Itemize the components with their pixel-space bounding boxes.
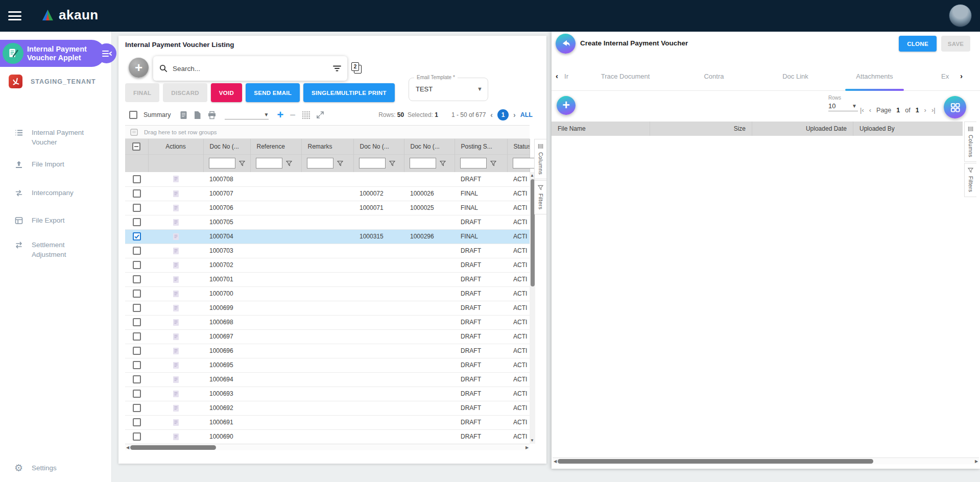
current-page-button[interactable]: 1 — [497, 109, 509, 120]
row-document-icon[interactable] — [173, 361, 179, 368]
row-document-icon[interactable] — [173, 218, 179, 225]
row-checkbox[interactable] — [133, 418, 141, 426]
tab-trace-document[interactable]: Trace Document — [596, 61, 655, 91]
row-checkbox[interactable] — [133, 232, 141, 240]
save-button[interactable]: SAVE — [941, 36, 970, 52]
table-row[interactable]: 1000690 DRAFT ACTI — [125, 429, 530, 444]
row-checkbox[interactable] — [133, 247, 141, 255]
tab-attachments[interactable]: Attachments — [845, 61, 904, 91]
filters-panel-tab[interactable]: Filters — [964, 163, 976, 197]
funnel-icon[interactable] — [337, 160, 343, 166]
row-checkbox[interactable] — [133, 261, 141, 269]
filter-input-doc-no-2[interactable] — [359, 158, 386, 168]
row-document-icon[interactable] — [173, 404, 179, 411]
column-header-doc-no[interactable]: Doc No (... — [203, 139, 250, 154]
document-blank-icon[interactable] — [194, 111, 201, 119]
table-row[interactable]: 1000708 DRAFT ACTI — [125, 172, 530, 186]
row-document-icon[interactable] — [173, 232, 179, 239]
row-document-icon[interactable] — [173, 175, 179, 182]
scroll-right-icon[interactable]: ▶ — [524, 445, 530, 450]
clone-button[interactable]: CLONE — [899, 36, 937, 52]
tab-contra[interactable]: Contra — [699, 61, 729, 91]
document-lines-icon[interactable] — [180, 111, 187, 119]
expand-icon[interactable] — [316, 111, 324, 119]
sidebar-item-file-import[interactable]: File Import — [14, 159, 64, 169]
table-row[interactable]: 1000702 DRAFT ACTI — [125, 258, 530, 272]
row-checkbox[interactable] — [133, 175, 141, 183]
scroll-down-icon[interactable]: ▼ — [530, 438, 534, 443]
scroll-up-icon[interactable]: ▲ — [530, 173, 534, 178]
filters-panel-tab[interactable]: Filters — [534, 180, 546, 214]
scroll-left-icon[interactable]: ◀ — [125, 445, 130, 450]
table-row[interactable]: 1000706 1000071 1000025 FINAL ACTI — [125, 201, 530, 215]
sidebar-item-intercompany[interactable]: Intercompany — [14, 188, 74, 198]
row-checkbox[interactable] — [133, 347, 141, 355]
column-header-doc-no-3[interactable]: Doc No (... — [404, 139, 455, 154]
hamburger-menu-icon[interactable] — [8, 11, 21, 20]
row-document-icon[interactable] — [173, 290, 179, 297]
sidebar-item-settings[interactable]: ⚙ Settings — [14, 463, 57, 473]
table-row[interactable]: 1000705 DRAFT ACTI — [125, 215, 530, 229]
row-checkbox[interactable] — [133, 432, 141, 441]
scroll-left-icon[interactable]: ◀ — [553, 459, 558, 464]
column-header-reference[interactable]: Reference — [250, 139, 301, 154]
filter-input-doc-no-3[interactable] — [410, 158, 436, 168]
row-document-icon[interactable] — [173, 390, 179, 397]
row-group-dropzone[interactable]: Drag here to set row groups — [125, 125, 530, 139]
columns-panel-tab[interactable]: Columns — [534, 139, 546, 179]
column-header-posting-status[interactable]: Posting S... — [455, 139, 507, 154]
sidebar-collapse-icon[interactable] — [97, 43, 116, 63]
table-row[interactable]: 1000701 DRAFT ACTI — [125, 272, 530, 286]
table-row[interactable]: 1000696 DRAFT ACTI — [125, 344, 530, 358]
filter-input-reference[interactable] — [256, 158, 282, 168]
table-row[interactable]: 1000703 DRAFT ACTI — [125, 244, 530, 258]
column-header-remarks[interactable]: Remarks — [301, 139, 353, 154]
row-checkbox[interactable] — [133, 318, 141, 326]
row-checkbox[interactable] — [133, 275, 141, 283]
row-document-icon[interactable] — [173, 332, 179, 340]
row-checkbox[interactable] — [133, 375, 141, 383]
scroll-right-icon[interactable]: ▶ — [974, 459, 979, 464]
discard-button[interactable]: DISCARD — [163, 83, 207, 102]
funnel-icon[interactable] — [389, 160, 395, 166]
row-document-icon[interactable] — [173, 418, 179, 425]
filter-input-doc-no[interactable] — [209, 158, 235, 168]
first-page-icon[interactable]: |‹ — [860, 106, 864, 114]
columns-panel-tab[interactable]: Columns — [964, 122, 976, 162]
zoom-out-icon[interactable]: − — [290, 110, 296, 120]
void-button[interactable]: VOID — [211, 83, 242, 102]
row-checkbox[interactable] — [133, 304, 141, 312]
column-header-doc-no-2[interactable]: Doc No (... — [353, 139, 404, 154]
table-row[interactable]: 1000695 DRAFT ACTI — [125, 358, 530, 372]
next-page-icon[interactable]: › — [513, 111, 516, 119]
pivot-grid-icon[interactable] — [302, 111, 310, 119]
column-header-status[interactable]: Status — [507, 139, 530, 154]
row-document-icon[interactable] — [173, 318, 179, 325]
next-page-icon[interactable]: › — [924, 106, 926, 114]
column-header-uploaded-by[interactable]: Uploaded By — [853, 122, 963, 136]
grid-view-button[interactable] — [944, 96, 966, 118]
printer-icon[interactable] — [207, 111, 217, 119]
sidebar-item-internal-payment-voucher[interactable]: Internal Payment Voucher — [14, 128, 95, 147]
listing-horizontal-scrollbar[interactable]: ◀ ▶ — [125, 444, 530, 450]
row-checkbox[interactable] — [133, 218, 141, 226]
tab-partial-left[interactable]: Ir — [562, 61, 571, 91]
row-document-icon[interactable] — [173, 375, 179, 382]
tabs-scroll-left-icon[interactable]: ‹ — [556, 71, 558, 80]
filter-list-icon[interactable] — [333, 65, 341, 72]
user-avatar[interactable] — [949, 4, 972, 27]
select-all-checkbox[interactable] — [132, 142, 140, 151]
column-header-actions[interactable]: Actions — [148, 139, 203, 154]
row-checkbox[interactable] — [133, 189, 141, 198]
row-checkbox[interactable] — [133, 204, 141, 212]
row-document-icon[interactable] — [173, 304, 179, 311]
all-pages-button[interactable]: ALL — [520, 111, 533, 118]
table-row[interactable]: 1000698 DRAFT ACTI — [125, 315, 530, 329]
table-row[interactable]: 1000693 DRAFT ACTI — [125, 387, 530, 401]
tab-doc-link[interactable]: Doc Link — [778, 61, 812, 91]
row-document-icon[interactable] — [173, 204, 179, 211]
add-voucher-button[interactable]: + — [129, 58, 149, 78]
row-document-icon[interactable] — [173, 275, 179, 282]
table-row[interactable]: 1000692 DRAFT ACTI — [125, 401, 530, 415]
tabs-scroll-right-icon[interactable]: › — [960, 71, 963, 80]
